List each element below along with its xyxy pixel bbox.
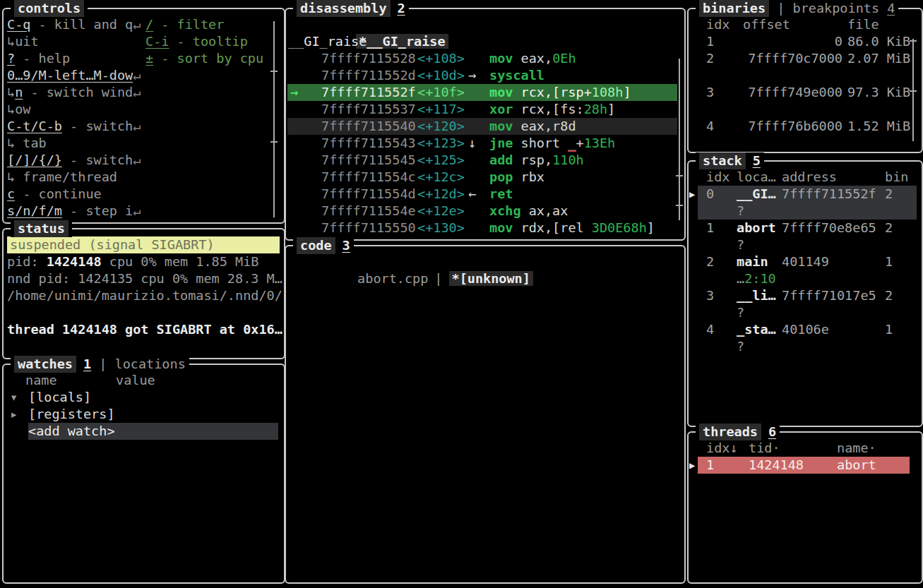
disassembly-row[interactable]: 7ffff7115540<+120>mov eax,r8d xyxy=(287,118,677,135)
instruction-offset: <+130> xyxy=(417,220,468,236)
instruction-address: 7ffff7115550 xyxy=(321,220,417,236)
stack-row[interactable]: 3__li…7ffff71017e52? xyxy=(698,287,917,321)
collapse-arrow-icon[interactable]: ▸ xyxy=(7,406,28,423)
instruction-text: pop rbx xyxy=(489,169,677,186)
tab-abort-cpp[interactable]: abort.cpp xyxy=(357,271,428,286)
tab-breakpoints[interactable]: breakpoints xyxy=(793,0,888,17)
disassembly-row[interactable]: 7ffff7115550<+130>mov rdx,[rel 3D0E68h] xyxy=(287,220,677,236)
mnemonic: syscall xyxy=(489,68,544,83)
panel-title-label[interactable]: code xyxy=(297,237,335,254)
column-header-tid[interactable]: tid· xyxy=(749,440,837,457)
controls-body: C-q - kill and q↵/ - filter↳uitC-i - too… xyxy=(4,9,284,222)
instruction-text: xchg ax,ax xyxy=(489,203,677,220)
frame-source-line: ? xyxy=(737,203,917,220)
tab-unknown[interactable]: *[unknown] xyxy=(449,271,533,286)
controls-line: ↳ tab xyxy=(7,135,280,152)
binaries-row[interactable]: 1086.0 KiB xyxy=(706,33,917,50)
panel-title-label[interactable]: status xyxy=(14,220,69,237)
binaries-header: idx offset file xyxy=(706,16,917,33)
disassembly-row[interactable]: 7ffff711552d<+10d>→syscall xyxy=(287,67,677,84)
panel-title-label[interactable]: disassembly xyxy=(297,0,391,17)
controls-scrollbar[interactable] xyxy=(273,21,275,217)
disassembly-row[interactable]: 7ffff711554d<+12d>←ret xyxy=(287,186,677,203)
panel-title-binaries[interactable]: binaries | breakpoints 4 xyxy=(696,0,898,17)
binaries-body: idx offset file 1086.0 KiB27ffff70c70002… xyxy=(689,9,922,152)
panel-number: 1 xyxy=(83,356,91,373)
disassembly-row[interactable]: 7ffff7115537<+117>xor rcx,[fs:28h] xyxy=(287,101,677,118)
panel-title-stack[interactable]: stack5 xyxy=(696,152,764,169)
return-icon: ↵ xyxy=(133,152,141,167)
controls-line: ↳uitC-i - tooltip xyxy=(7,33,280,50)
selection-arrow-icon: ▶ xyxy=(689,457,695,474)
mnemonic: pop xyxy=(489,169,513,184)
disassembly-row[interactable]: →7ffff711552f<+10f>mov rcx,[rsp+108h] xyxy=(287,84,677,101)
binaries-row[interactable]: 27ffff70c70002.07 MiB xyxy=(706,50,917,67)
status-line xyxy=(7,304,280,321)
tab-locations[interactable]: locations xyxy=(115,356,186,373)
instruction-offset: <+125> xyxy=(417,152,468,169)
stack-row[interactable]: 1abort7ffff70e8e652? xyxy=(698,220,917,253)
binary-idx: 4 xyxy=(706,118,743,135)
panel-title-disassembly[interactable]: disassembly2 xyxy=(293,0,409,17)
panel-title-code[interactable]: code3 xyxy=(293,237,354,254)
panel-title-watches[interactable]: watches1 | locations xyxy=(11,356,189,373)
instruction-text: mov rcx,[rsp+108h] xyxy=(489,84,677,101)
panel-title-label[interactable]: binaries xyxy=(699,0,769,17)
watch-row[interactable]: ▾[locals] xyxy=(7,389,280,406)
panel-title-threads[interactable]: threads6 xyxy=(696,424,780,440)
panel-title-controls[interactable]: controls xyxy=(11,0,88,17)
stack-row[interactable]: 2main4011491…2:10 xyxy=(698,253,917,287)
binaries-scrollbar[interactable] xyxy=(912,39,914,141)
panel-title-label[interactable]: threads xyxy=(699,424,761,440)
controls-line: ↳ frame/thread xyxy=(7,169,280,186)
panel-title-status[interactable]: status xyxy=(11,220,72,237)
binary-file-size: 2.07 MiB xyxy=(847,50,910,67)
column-header-name[interactable]: name· xyxy=(837,440,917,457)
stack-row[interactable]: ▶0__GI…7ffff711552f2? xyxy=(698,186,917,220)
watch-row[interactable]: ▸[registers] xyxy=(7,406,280,423)
controls-line: s/n/f/m - step i↵ xyxy=(7,203,280,220)
status-line: nnd pid: 1424135 cpu 0% mem 28.3 M… xyxy=(7,270,280,287)
disassembly-row[interactable]: 7ffff711554c<+12c>pop rbx xyxy=(287,169,677,186)
mnemonic: mov xyxy=(489,85,513,100)
frame-address: 40106e xyxy=(782,321,885,338)
status-body: suspended (signal SIGABRT)pid: 1424148 c… xyxy=(4,229,284,358)
controls-line: C-q - kill and q↵/ - filter xyxy=(7,16,280,33)
panel-title-label[interactable]: stack xyxy=(699,152,746,169)
disassembly-scrollbar[interactable] xyxy=(679,59,680,220)
disassembly-row[interactable]: 7ffff7115543<+123>↓jne short _+13Eh xyxy=(287,135,677,152)
frame-address: 7ffff71017e5 xyxy=(782,287,885,304)
column-header-idx: idx xyxy=(706,16,743,33)
panel-title-label[interactable]: watches xyxy=(14,356,76,373)
binary-file-size: 97.3 KiB xyxy=(847,84,910,101)
expand-arrow-icon[interactable]: ▾ xyxy=(7,389,28,406)
instruction-text: xor rcx,[fs:28h] xyxy=(489,101,677,118)
panel-threads: threads6 idx↓ tid· name· ▶11424148abort xyxy=(687,431,923,584)
frame-address: 7ffff70e8e65 xyxy=(782,220,885,236)
panel-watches: watches1 | locations name value ▾[locals… xyxy=(2,364,285,584)
column-header-address: address xyxy=(782,169,885,186)
instruction-text: mov eax,r8d xyxy=(489,118,677,135)
instruction-address: 7ffff711552f xyxy=(321,84,417,101)
instruction-text: syscall xyxy=(489,67,677,84)
stack-row[interactable]: 4_sta…40106e1? xyxy=(698,321,917,355)
column-header-idx-sort[interactable]: idx↓ xyxy=(706,440,749,457)
instruction-offset: <+12c> xyxy=(417,169,468,186)
disassembly-row[interactable]: 7ffff7115528<+108>mov eax,0Eh xyxy=(287,50,677,67)
disassembly-row[interactable]: 7ffff711554e<+12e>xchg ax,ax xyxy=(287,203,677,220)
instruction-address: 7ffff711552d xyxy=(321,67,417,84)
thread-row[interactable]: ▶11424148abort xyxy=(698,457,910,474)
disassembly-row[interactable]: 7ffff7115545<+125>add rsp,110h xyxy=(287,152,677,169)
frame-location: __GI… xyxy=(737,186,782,203)
binaries-row[interactable]: 47ffff76b60001.52 MiB xyxy=(706,118,917,135)
binary-idx: 1 xyxy=(706,33,743,50)
tab-gi-raise[interactable]: *__GI_raise xyxy=(356,34,448,49)
watch-row[interactable]: <add watch> xyxy=(7,423,280,440)
column-header-value: value xyxy=(116,372,155,389)
panel-title-label[interactable]: controls xyxy=(14,0,84,17)
mnemonic: mov xyxy=(489,119,513,133)
frame-bin: 1 xyxy=(885,253,917,270)
binary-file-size: 86.0 KiB xyxy=(847,33,910,50)
frame-bin: 1 xyxy=(885,321,917,338)
binaries-row[interactable]: 37ffff749e00097.3 KiB xyxy=(706,84,917,101)
